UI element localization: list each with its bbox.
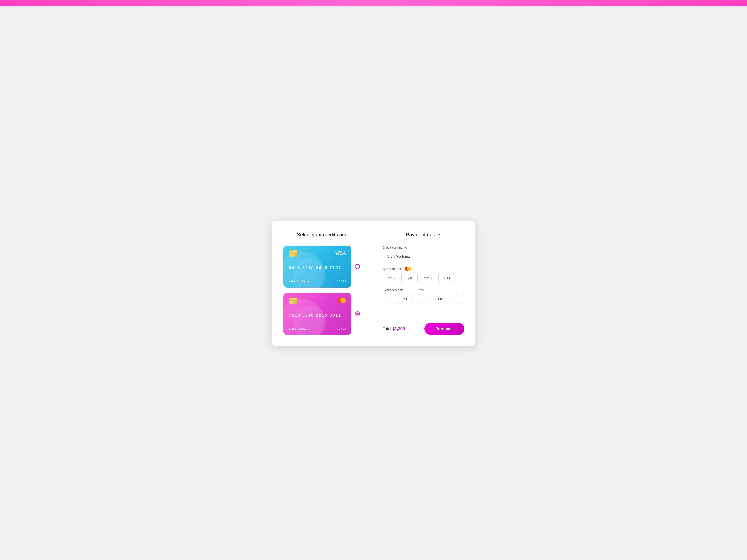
- purchase-button[interactable]: Purchase: [424, 323, 464, 335]
- name-label: Credit card name: [383, 246, 465, 249]
- expiry-ccv-row: Expiration date CCV: [383, 288, 465, 304]
- left-panel: Select your credit card VISA 5413 2210 3…: [272, 221, 372, 346]
- visa-card-holder: Akbar Yudharta: [289, 279, 309, 283]
- visa-card-row: VISA 5413 2210 3415 7107 Akbar Yudharta …: [283, 246, 360, 288]
- visa-card-top: VISA: [289, 250, 346, 257]
- card-number-label: Card number: [383, 267, 401, 271]
- page-content: Select your credit card VISA 5413 2210 3…: [0, 6, 747, 560]
- mc-radio[interactable]: [355, 311, 360, 316]
- top-bar: [0, 0, 747, 6]
- visa-card-number: 5413 2210 3415 7107: [289, 266, 346, 270]
- mastercard-row: 7213 3210 2215 8011 Akbar Yudharta 08 / …: [283, 293, 360, 335]
- mastercard-credit-card[interactable]: 7213 3210 2215 8011 Akbar Yudharta 08 / …: [283, 293, 351, 335]
- expiry-group: Expiration date: [383, 288, 414, 304]
- mc-card-top: [289, 297, 346, 304]
- mastercard-logo: [337, 297, 346, 303]
- payment-title: Payment details: [383, 232, 465, 238]
- ccv-input[interactable]: [418, 294, 464, 304]
- mc-card-chip: [289, 297, 298, 304]
- mc-card-bottom: Akbar Yudharta 08 / 23: [289, 327, 346, 330]
- purchase-row: Total $1,200 Purchase: [383, 317, 465, 335]
- card-number-mc-logo: [405, 267, 411, 271]
- cn-mc-yellow: [407, 267, 411, 271]
- card-num-1[interactable]: [383, 273, 399, 283]
- expiry-year[interactable]: [398, 294, 412, 304]
- visa-credit-card[interactable]: VISA 5413 2210 3415 7107 Akbar Yudharta …: [283, 246, 351, 288]
- total-label: Total $1,200: [383, 326, 405, 331]
- name-form-group: Credit card name: [383, 246, 465, 261]
- mc-card-holder: Akbar Yudharta: [289, 327, 309, 330]
- visa-radio[interactable]: [355, 264, 360, 269]
- card-label-row: Card number: [383, 267, 465, 271]
- card-num-3[interactable]: [420, 273, 436, 283]
- ccv-label: CCV: [418, 288, 464, 292]
- card-num-2[interactable]: [401, 273, 418, 283]
- ccv-group: CCV: [418, 288, 464, 304]
- mc-card-number: 7213 3210 2215 8011: [289, 313, 346, 318]
- select-card-title: Select your credit card: [297, 232, 346, 238]
- expiry-label: Expiration date: [383, 288, 414, 292]
- mc-yellow-circle: [340, 297, 346, 303]
- main-card: Select your credit card VISA 5413 2210 3…: [272, 221, 475, 346]
- cards-area: VISA 5413 2210 3415 7107 Akbar Yudharta …: [281, 246, 363, 335]
- total-amount: $1,200: [392, 326, 405, 331]
- card-num-4[interactable]: [438, 273, 455, 283]
- visa-card-expiry: 06 / 23: [337, 279, 346, 283]
- total-text: Total: [383, 326, 391, 331]
- expiry-month[interactable]: [383, 294, 396, 304]
- mc-card-expiry: 08 / 23: [337, 327, 346, 330]
- card-number-form-group: Card number: [383, 267, 465, 283]
- expiry-inputs: [383, 294, 414, 304]
- right-panel: Payment details Credit card name Card nu…: [372, 221, 475, 346]
- visa-card-chip: [289, 250, 298, 257]
- visa-logo: VISA: [335, 250, 346, 256]
- name-input[interactable]: [383, 251, 465, 261]
- visa-card-bottom: Akbar Yudharta 06 / 23: [289, 279, 346, 283]
- card-number-inputs: [383, 273, 465, 283]
